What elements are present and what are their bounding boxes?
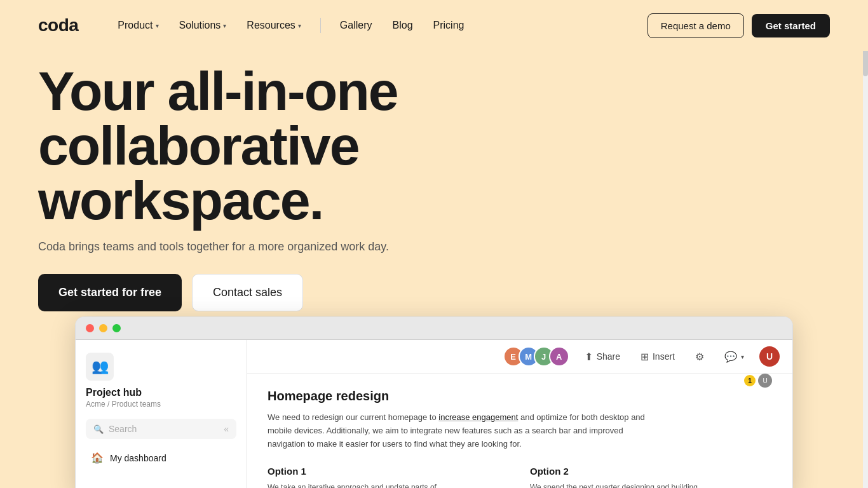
- close-dot[interactable]: [86, 324, 94, 332]
- collapse-icon: «: [224, 424, 229, 434]
- logo[interactable]: coda: [38, 15, 78, 36]
- insert-button[interactable]: ⊞ Insert: [635, 348, 680, 365]
- app-titlebar: [76, 317, 792, 340]
- project-path: Acme / Product teams: [86, 400, 236, 409]
- comment-icon: 💬: [724, 351, 737, 363]
- share-button[interactable]: ⬆ Share: [580, 348, 625, 365]
- app-body: 👥 Project hub Acme / Product teams 🔍 Sea…: [76, 340, 792, 488]
- nav-item-pricing[interactable]: Pricing: [424, 15, 473, 36]
- option2-text: We spend the next quarter designing and …: [530, 482, 772, 488]
- collaborator-avatars: E M J A: [503, 346, 569, 367]
- insert-icon: ⊞: [641, 351, 649, 363]
- nav-item-resources[interactable]: Resources ▾: [238, 15, 309, 36]
- get-started-nav-button[interactable]: Get started: [752, 14, 830, 37]
- option2-title: Option 2: [530, 466, 772, 477]
- contact-sales-button[interactable]: Contact sales: [192, 274, 303, 311]
- comment-badge: 1 U: [744, 374, 772, 388]
- comment-button[interactable]: 💬 ▾: [719, 348, 749, 365]
- app-content: 1 U Homepage redesign We need to redesig…: [247, 374, 792, 488]
- sidebar-item-dashboard[interactable]: 🏠 My dashboard: [86, 448, 236, 468]
- maximize-dot[interactable]: [112, 324, 121, 332]
- option1-text: We take an iterative approach and update…: [268, 482, 510, 488]
- chevron-down-icon: ▾: [156, 22, 159, 29]
- chevron-down-icon: ▾: [741, 353, 744, 360]
- app-toolbar: E M J A ⬆ Share ⊞ Insert ⚙ 💬: [247, 340, 792, 374]
- app-main: E M J A ⬆ Share ⊞ Insert ⚙ 💬: [247, 340, 792, 488]
- share-icon: ⬆: [585, 351, 593, 363]
- content-body: We need to redesign our current homepage…: [268, 411, 661, 451]
- content-title: Homepage redesign: [268, 389, 772, 403]
- avatar: A: [549, 346, 569, 367]
- content-columns: Option 1 We take an iterative approach a…: [268, 466, 772, 488]
- dashboard-icon: 🏠: [91, 452, 104, 464]
- nav-links: Product ▾ Solutions ▾ Resources ▾ Galler…: [109, 15, 647, 36]
- chevron-down-icon: ▾: [223, 22, 226, 29]
- sidebar-item-label: My dashboard: [110, 453, 166, 463]
- project-icon: 👥: [86, 353, 114, 381]
- app-sidebar: 👥 Project hub Acme / Product teams 🔍 Sea…: [76, 340, 247, 488]
- search-placeholder: Search: [109, 424, 219, 434]
- get-started-free-button[interactable]: Get started for free: [38, 274, 182, 311]
- search-icon: 🔍: [93, 424, 104, 434]
- hero-section: Your all-in-one collaborative workspace.…: [0, 51, 868, 311]
- option1-title: Option 1: [268, 466, 510, 477]
- scrollbar[interactable]: [863, 0, 868, 488]
- nav-item-solutions[interactable]: Solutions ▾: [170, 15, 236, 36]
- hero-title: Your all-in-one collaborative workspace.: [38, 64, 610, 227]
- hero-buttons: Get started for free Contact sales: [38, 274, 830, 311]
- settings-button[interactable]: ⚙: [690, 348, 709, 365]
- navbar: coda Product ▾ Solutions ▾ Resources ▾ G…: [0, 0, 868, 51]
- app-preview: 👥 Project hub Acme / Product teams 🔍 Sea…: [75, 316, 793, 488]
- project-name: Project hub: [86, 387, 236, 398]
- content-link[interactable]: increase engagement: [438, 412, 518, 422]
- gear-icon: ⚙: [695, 351, 704, 363]
- content-col-2: Option 2 We spend the next quarter desig…: [530, 466, 772, 488]
- user-avatar[interactable]: U: [759, 346, 780, 367]
- content-col-1: Option 1 We take an iterative approach a…: [268, 466, 510, 488]
- nav-item-gallery[interactable]: Gallery: [331, 15, 381, 36]
- hero-subtitle: Coda brings teams and tools together for…: [38, 240, 830, 254]
- nav-item-product[interactable]: Product ▾: [109, 15, 167, 36]
- sidebar-search[interactable]: 🔍 Search «: [86, 419, 236, 439]
- nav-item-blog[interactable]: Blog: [384, 15, 422, 36]
- chevron-down-icon: ▾: [298, 22, 301, 29]
- nav-divider: [320, 18, 321, 33]
- minimize-dot[interactable]: [99, 324, 107, 332]
- nav-right: Request a demo Get started: [648, 13, 830, 38]
- request-demo-button[interactable]: Request a demo: [648, 13, 744, 38]
